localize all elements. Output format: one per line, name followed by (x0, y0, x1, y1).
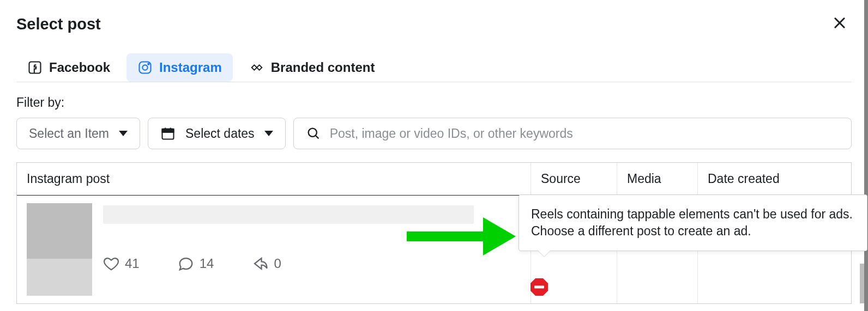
search-icon (306, 126, 321, 141)
svg-point-11 (308, 129, 316, 137)
comments-stat: 14 (178, 255, 214, 272)
shares-count: 0 (274, 256, 281, 271)
calendar-icon (160, 126, 176, 141)
share-icon (252, 255, 268, 272)
table-header: Instagram post Source Media Date created (17, 163, 851, 196)
select-post-dialog: Select post Facebook (0, 0, 868, 304)
table-body: 41 14 0 (17, 196, 851, 303)
filter-controls: Select an Item Select dates (16, 118, 852, 149)
comments-count: 14 (200, 256, 214, 271)
facebook-icon (27, 60, 43, 75)
likes-stat: 41 (103, 255, 140, 272)
tab-label: Branded content (271, 60, 375, 75)
col-header-date[interactable]: Date created (698, 163, 851, 195)
search-box[interactable] (293, 118, 852, 149)
dialog-title: Select post (16, 15, 101, 33)
col-header-source[interactable]: Source (531, 163, 617, 195)
dropdown-label: Select dates (185, 126, 255, 141)
chevron-down-icon (264, 131, 273, 136)
likes-count: 41 (125, 256, 140, 271)
tab-instagram[interactable]: Instagram (126, 53, 233, 82)
dropdown-placeholder: Select an Item (29, 126, 109, 141)
comment-icon (178, 255, 194, 272)
search-input[interactable] (330, 126, 839, 141)
shares-stat: 0 (252, 255, 281, 272)
item-select-dropdown[interactable]: Select an Item (16, 118, 140, 149)
window-scrollbar[interactable] (864, 0, 868, 311)
filter-by-label: Filter by: (16, 95, 852, 110)
tab-facebook[interactable]: Facebook (16, 53, 121, 82)
source-tabs: Facebook Instagram Branded content (16, 53, 852, 82)
chevron-down-icon (119, 131, 128, 136)
tab-label: Facebook (49, 60, 110, 75)
svg-point-4 (142, 65, 147, 70)
restricted-icon (529, 277, 549, 297)
engagement-stats: 41 14 0 (103, 255, 521, 272)
svg-line-12 (315, 136, 318, 139)
filter-section: Filter by: Select an Item Select dates (16, 95, 852, 149)
dialog-header: Select post (16, 11, 852, 37)
col-header-media[interactable]: Media (617, 163, 698, 195)
restriction-tooltip: Reels containing tappable elements can't… (519, 194, 867, 251)
svg-rect-16 (534, 286, 544, 289)
close-icon (832, 15, 847, 31)
close-button[interactable] (828, 11, 852, 37)
svg-marker-14 (483, 217, 516, 255)
tooltip-caret (538, 250, 551, 257)
instagram-icon (137, 60, 153, 75)
date-select-dropdown[interactable]: Select dates (148, 118, 286, 149)
tooltip-text: Reels containing tappable elements can't… (531, 207, 853, 238)
handshake-icon (249, 60, 264, 75)
col-header-post[interactable]: Instagram post (17, 163, 531, 195)
svg-rect-2 (29, 62, 41, 74)
annotation-arrow (407, 217, 516, 258)
svg-rect-13 (407, 231, 483, 241)
tab-label: Instagram (159, 60, 222, 75)
posts-table: Instagram post Source Media Date created (16, 162, 852, 304)
svg-rect-10 (162, 129, 174, 132)
heart-icon (103, 255, 119, 272)
tab-branded-content[interactable]: Branded content (238, 53, 386, 82)
svg-point-5 (148, 63, 149, 64)
post-thumbnail (27, 203, 92, 296)
